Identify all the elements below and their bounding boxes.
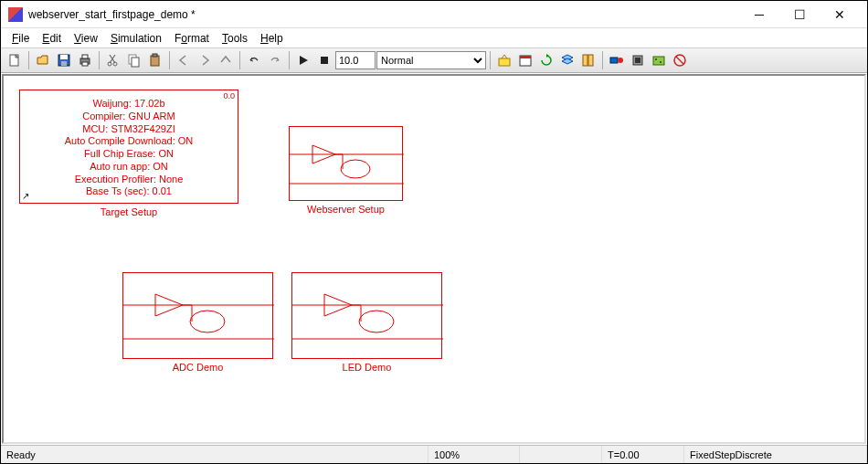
menu-tools[interactable]: Tools [217,30,253,47]
close-button[interactable]: ✕ [820,2,860,27]
menu-format[interactable]: Format [169,30,215,47]
svg-rect-13 [321,57,328,64]
svg-point-20 [618,58,623,63]
window-title: webserver_start_firstpage_demo * [28,8,739,21]
webserver-setup-label: Webserver Setup [289,204,403,215]
library-icon[interactable] [578,50,598,70]
webserver-setup-block[interactable] [289,126,403,201]
svg-point-36 [190,311,225,332]
paste-button[interactable] [145,50,165,70]
refresh-icon[interactable] [536,50,556,70]
status-bar: Ready 100% T=0.00 FixedStepDiscrete [1,445,867,463]
menu-file[interactable]: File [6,30,35,47]
target-icon[interactable] [607,50,627,70]
svg-rect-18 [588,55,593,66]
save-button[interactable] [54,50,74,70]
up-button[interactable] [216,50,236,70]
date-icon[interactable] [515,50,535,70]
board-icon[interactable] [649,50,669,70]
menu-help[interactable]: Help [255,30,289,47]
cut-button[interactable] [103,50,123,70]
menu-simulation[interactable]: Simulation [105,30,167,47]
copy-button[interactable] [124,50,144,70]
status-ready: Ready [1,446,429,463]
status-zoom: 100% [429,446,520,463]
svg-point-25 [660,61,662,63]
new-button[interactable] [5,50,25,70]
svg-rect-23 [653,57,664,65]
chip-icon[interactable] [628,50,648,70]
menu-bar: File Edit View Simulation Format Tools H… [1,28,867,47]
svg-rect-3 [61,61,67,66]
target-setup-block[interactable]: 0.0 Waijung: 17.02b Compiler: GNU ARM MC… [19,90,238,204]
svg-rect-22 [635,58,640,63]
redo-button[interactable] [265,50,285,70]
led-demo-label: LED Demo [291,362,442,373]
forward-button[interactable] [195,50,215,70]
build-icon[interactable] [494,50,514,70]
minimize-button[interactable]: ─ [739,2,779,27]
status-time: T=0.00 [602,446,684,463]
led-demo-block[interactable] [291,272,442,359]
undo-button[interactable] [244,50,264,70]
svg-rect-5 [82,55,88,58]
svg-point-41 [359,311,394,332]
status-solver: FixedStepDiscrete [684,446,867,463]
simulation-mode-select[interactable]: Normal [376,51,486,69]
svg-rect-11 [151,56,159,66]
target-setup-label: Target Setup [19,206,238,217]
svg-rect-6 [82,62,88,66]
stop-time-input[interactable] [335,51,376,69]
link-icon: ↗ [22,191,29,203]
title-bar: webserver_start_firstpage_demo * ─ ☐ ✕ [1,1,867,28]
play-button[interactable] [293,50,313,70]
disable-icon[interactable] [670,50,690,70]
app-icon [8,7,23,22]
back-button[interactable] [174,50,194,70]
adc-demo-label: ADC Demo [122,362,273,373]
status-blank [520,446,602,463]
stop-button[interactable] [314,50,334,70]
svg-rect-10 [132,58,139,67]
svg-rect-14 [499,58,510,66]
adc-demo-block[interactable] [122,272,273,359]
svg-rect-12 [153,54,157,57]
svg-rect-16 [520,56,531,58]
svg-rect-19 [610,58,618,63]
layers-icon[interactable] [557,50,577,70]
open-button[interactable] [33,50,53,70]
block-corner-label: 0.0 [223,91,235,101]
svg-point-24 [655,58,657,60]
svg-rect-17 [583,55,587,66]
toolbar: Normal [1,47,867,73]
menu-view[interactable]: View [69,30,103,47]
svg-rect-2 [60,55,68,59]
svg-point-31 [341,160,370,178]
maximize-button[interactable]: ☐ [779,2,820,27]
menu-edit[interactable]: Edit [37,30,67,47]
print-button[interactable] [75,50,95,70]
model-canvas[interactable]: 0.0 Waijung: 17.02b Compiler: GNU ARM MC… [2,74,866,444]
